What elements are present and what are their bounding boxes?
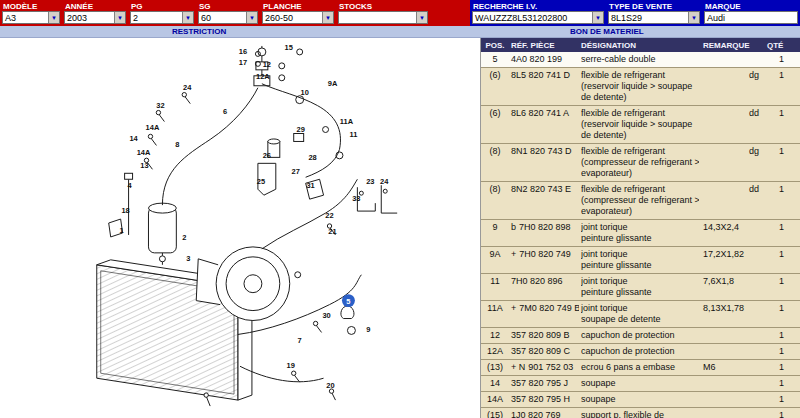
table-row-pos-8[interactable]: (8)8N2 820 743 Eflexible de refrigerant(… bbox=[481, 182, 800, 220]
designation-line: joint torique bbox=[581, 222, 699, 233]
field-type-de-vente: TYPE DE VENTE8L1S29▼ bbox=[606, 0, 702, 26]
dropdown-arrow-icon[interactable]: ▼ bbox=[48, 12, 59, 23]
designation-line: capuchon de protection bbox=[581, 346, 699, 357]
diagram-callout-14A[interactable]: 14A bbox=[137, 148, 151, 157]
diagram-callout-21[interactable]: 21 bbox=[328, 227, 336, 236]
diagram-callout-9A[interactable]: 9A bbox=[328, 79, 338, 88]
dropdown-arrow-icon[interactable]: ▼ bbox=[416, 12, 427, 23]
dropdown-arrow-icon[interactable]: ▼ bbox=[246, 12, 257, 23]
diagram-callout-4[interactable]: 4 bbox=[128, 181, 133, 190]
field-input-planche[interactable]: 260-50▼ bbox=[262, 11, 334, 24]
dropdown-arrow-icon[interactable]: ▼ bbox=[688, 12, 699, 23]
table-row-pos-5[interactable]: 54A0 820 199serre-cable double1 bbox=[481, 52, 800, 68]
part-steering-tag: dg bbox=[749, 70, 763, 80]
diagram-callout-11A[interactable]: 11A bbox=[340, 117, 354, 126]
diagram-callout-18[interactable]: 18 bbox=[121, 206, 129, 215]
table-row-pos-12A[interactable]: 12A357 820 809 Ccapuchon de protection1 bbox=[481, 344, 800, 360]
dropdown-arrow-icon[interactable]: ▼ bbox=[592, 12, 603, 23]
designation-line: joint torique bbox=[581, 249, 699, 260]
designation-line: soupape bbox=[581, 378, 699, 389]
main-area: 16171212A15109A11A11243214A81414A1341812… bbox=[0, 38, 800, 418]
part-remark-cell bbox=[701, 328, 765, 343]
part-ref-number: 7H0 820 896 bbox=[511, 276, 563, 286]
diagram-callout-9[interactable]: 9 bbox=[366, 325, 370, 334]
diagram-callout-32[interactable]: 32 bbox=[156, 101, 164, 110]
diagram-callout-5[interactable]: 5 bbox=[346, 297, 350, 306]
diagram-callout-6[interactable]: 6 bbox=[223, 107, 227, 116]
diagram-callout-14[interactable]: 14 bbox=[129, 134, 138, 143]
table-row-pos-12[interactable]: 12357 820 809 Bcapuchon de protection1 bbox=[481, 328, 800, 344]
diagram-callout-7[interactable]: 7 bbox=[298, 336, 302, 345]
table-row-pos-9A[interactable]: 9A+7H0 820 749joint toriquepeinture glis… bbox=[481, 247, 800, 274]
part-pos: 12A bbox=[481, 344, 509, 359]
field-input-annee[interactable]: 2003▼ bbox=[64, 11, 126, 24]
diagram-callout-24[interactable]: 24 bbox=[183, 83, 192, 92]
part-pos: (13) bbox=[481, 360, 509, 375]
dropdown-arrow-icon[interactable]: ▼ bbox=[322, 12, 333, 23]
table-row-pos-11[interactable]: 117H0 820 896joint toriquepeinture gliss… bbox=[481, 274, 800, 301]
field-input-sg[interactable]: 60▼ bbox=[198, 11, 258, 24]
field-input-type-de-vente[interactable]: 8L1S29▼ bbox=[608, 11, 700, 24]
part-remark-cell: 17,2X1,82 bbox=[701, 247, 765, 273]
diagram-callout-29[interactable]: 29 bbox=[297, 125, 305, 134]
table-row-pos-15[interactable]: (15)1J0 820 769support p. flexible de1 bbox=[481, 408, 800, 418]
table-row-pos-8[interactable]: (8)8N1 820 743 Dflexible de refrigerant(… bbox=[481, 144, 800, 182]
part-ref: 8N2 820 743 E bbox=[509, 182, 579, 219]
diagram-callout-28[interactable]: 28 bbox=[308, 153, 316, 162]
diagram-callout-27[interactable]: 27 bbox=[292, 167, 300, 176]
diagram-callout-20[interactable]: 20 bbox=[326, 381, 334, 390]
restriction-link[interactable]: RESTRICTION bbox=[172, 27, 226, 36]
diagram-callout-25[interactable]: 25 bbox=[257, 177, 265, 186]
table-row-pos-6[interactable]: (6)8L5 820 741 Dflexible de refrigerant(… bbox=[481, 68, 800, 106]
dropdown-arrow-icon[interactable]: ▼ bbox=[182, 12, 193, 23]
designation-line: peinture glissante bbox=[581, 287, 699, 298]
diagram-callout-17[interactable]: 17 bbox=[239, 58, 247, 67]
table-row-pos-9[interactable]: 9b7H0 820 898joint toriquepeinture gliss… bbox=[481, 220, 800, 247]
table-row-pos-13[interactable]: (13)+ N901 752 03ecrou 6 pans a embaseM6… bbox=[481, 360, 800, 376]
field-input-recherche-iv[interactable]: WAUZZZ8L531202800▼ bbox=[472, 11, 604, 24]
diagram-callout-31[interactable]: 31 bbox=[306, 181, 314, 190]
diagram-callout-16[interactable]: 16 bbox=[239, 47, 247, 56]
diagram-callout-23[interactable]: 23 bbox=[366, 177, 374, 186]
sub-header-bar: RESTRICTION BON DE MATERIEL bbox=[0, 26, 800, 38]
designation-line: ecrou 6 pans a embase bbox=[581, 362, 699, 373]
designation-line: joint torique bbox=[581, 303, 699, 314]
parts-table: POS. RÉF. PIÈCE DÉSIGNATION REMARQUE QTÉ… bbox=[480, 38, 800, 418]
diagram-callout-15[interactable]: 15 bbox=[285, 43, 293, 52]
diagram-callout-13[interactable]: 13 bbox=[140, 161, 148, 170]
part-ref: 357 820 795 J bbox=[509, 376, 579, 391]
part-ref-prefix: + bbox=[511, 249, 516, 259]
diagram-callout-12[interactable]: 12 bbox=[263, 60, 271, 69]
field-input-stocks[interactable]: ▼ bbox=[338, 11, 428, 24]
diagram-callout-12A[interactable]: 12A bbox=[256, 72, 270, 81]
table-row-pos-14A[interactable]: 14A357 820 795 Hsoupape1 bbox=[481, 392, 800, 408]
part-remark-cell bbox=[701, 376, 765, 391]
dropdown-arrow-icon[interactable]: ▼ bbox=[114, 12, 125, 23]
table-row-pos-14[interactable]: 14357 820 795 Jsoupape1 bbox=[481, 376, 800, 392]
diagram-callout-19[interactable]: 19 bbox=[287, 361, 295, 370]
table-row-pos-6[interactable]: (6)8L6 820 741 Aflexible de refrigerant(… bbox=[481, 106, 800, 144]
diagram-callout-24[interactable]: 24 bbox=[380, 177, 389, 186]
field-value-annee: 2003 bbox=[65, 13, 114, 23]
field-sg: SG60▼ bbox=[196, 0, 260, 26]
diagram-callout-30[interactable]: 30 bbox=[322, 311, 330, 320]
diagram-callout-3[interactable]: 3 bbox=[186, 254, 190, 263]
field-input-modele[interactable]: A3▼ bbox=[2, 11, 60, 24]
diagram-callout-1[interactable]: 1 bbox=[120, 226, 124, 235]
diagram-callout-10[interactable]: 10 bbox=[301, 88, 309, 97]
diagram-callout-11[interactable]: 11 bbox=[349, 130, 357, 139]
diagram-callout-14A[interactable]: 14A bbox=[146, 123, 160, 132]
diagram-callout-33[interactable]: 33 bbox=[352, 194, 360, 203]
diagram-callout-26[interactable]: 26 bbox=[263, 151, 271, 160]
diagram-callout-8[interactable]: 8 bbox=[175, 140, 179, 149]
table-row-pos-11A[interactable]: 11A+7M0 820 749 Bjoint toriquesoupape de… bbox=[481, 301, 800, 328]
diagram-callout-22[interactable]: 22 bbox=[325, 211, 333, 220]
field-input-marque[interactable]: Audi bbox=[704, 11, 798, 24]
diagram-callout-2[interactable]: 2 bbox=[182, 233, 186, 242]
field-label-annee: ANNÉE bbox=[62, 0, 128, 11]
part-designation: flexible de refrigerant(reservoir liquid… bbox=[579, 106, 701, 143]
designation-line: de detente) bbox=[581, 130, 699, 141]
field-input-pg[interactable]: 2▼ bbox=[130, 11, 194, 24]
part-steering-tag: dd bbox=[749, 184, 763, 194]
part-ref: 8N1 820 743 D bbox=[509, 144, 579, 181]
